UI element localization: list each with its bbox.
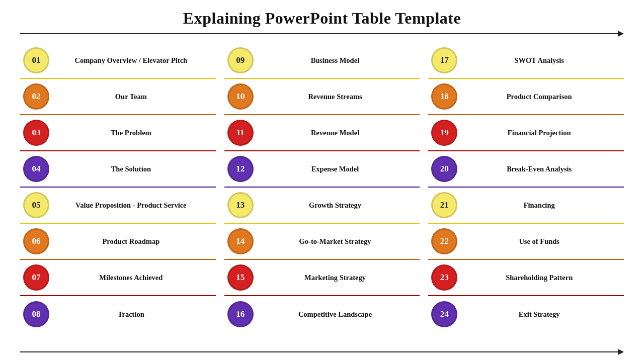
top-rule-arrow — [618, 31, 624, 37]
list-item: 08Traction — [20, 296, 216, 332]
item-circle: 04 — [23, 156, 49, 182]
item-label: Financing — [457, 201, 621, 210]
item-label: Use of Funds — [457, 237, 621, 246]
list-item: 24Exit Strategy — [428, 296, 624, 332]
item-circle: 17 — [431, 47, 457, 73]
item-circle: 07 — [23, 264, 49, 291]
list-item: 14Go-to-Market Strategy — [224, 224, 420, 260]
item-circle: 14 — [227, 228, 254, 254]
item-circle: 05 — [23, 192, 49, 218]
item-circle: 18 — [431, 83, 457, 110]
list-item: 11Revenue Model — [224, 115, 420, 151]
item-circle: 08 — [23, 301, 49, 327]
list-item: 03The Problem — [20, 115, 216, 151]
item-label: Revenue Model — [254, 128, 417, 138]
page: Explaining PowerPoint Table Template 01C… — [0, 0, 644, 362]
item-circle: 15 — [227, 264, 254, 291]
item-circle: 09 — [227, 47, 254, 73]
item-circle: 12 — [227, 156, 254, 182]
column-3: 17SWOT Analysis18Product Comparison19Fin… — [428, 43, 624, 345]
item-label: The Solution — [49, 164, 213, 174]
item-circle: 01 — [23, 47, 49, 73]
item-label: Milestones Achieved — [49, 273, 213, 283]
column-2: 09Business Model10Revenue Streams11Reven… — [224, 43, 420, 345]
item-circle: 20 — [431, 156, 457, 182]
item-label: Product Comparison — [457, 92, 621, 102]
item-circle: 02 — [23, 83, 49, 110]
list-item: 06Product Roadmap — [20, 224, 216, 260]
top-rule-line — [20, 33, 618, 34]
list-item: 12Expense Model — [224, 151, 420, 188]
item-label: The Problem — [49, 128, 213, 138]
item-circle: 21 — [431, 192, 457, 218]
list-item: 16Competitive Landscape — [224, 296, 420, 332]
column-divider — [424, 43, 424, 345]
column-1: 01Company Overview / Elevator Pitch02Our… — [20, 43, 216, 345]
item-label: Revenue Streams — [254, 92, 417, 102]
item-label: Shareholding Pattern — [457, 273, 621, 283]
list-item: 01Company Overview / Elevator Pitch — [20, 43, 216, 79]
item-label: Business Model — [254, 56, 417, 65]
item-label: Financial Projection — [457, 128, 621, 138]
item-label: Break-Even Analysis — [457, 164, 621, 174]
list-item: 19Financial Projection — [428, 115, 624, 151]
item-label: Our Team — [49, 92, 213, 102]
item-circle: 24 — [431, 301, 457, 327]
list-item: 13Growth Strategy — [224, 188, 420, 224]
item-circle: 06 — [23, 228, 49, 254]
item-label: Value Proposition - Product Service — [49, 201, 213, 210]
item-label: Company Overview / Elevator Pitch — [49, 56, 213, 65]
list-item: 10Revenue Streams — [224, 79, 420, 115]
list-item: 02Our Team — [20, 79, 216, 115]
list-item: 15Marketing Strategy — [224, 260, 420, 296]
item-label: Competitive Landscape — [254, 310, 417, 319]
title-area: Explaining PowerPoint Table Template — [20, 9, 624, 28]
item-label: Expense Model — [254, 164, 417, 174]
top-rule — [20, 31, 624, 37]
item-circle: 03 — [23, 120, 49, 146]
columns: 01Company Overview / Elevator Pitch02Our… — [20, 43, 624, 345]
item-label: Exit Strategy — [457, 310, 621, 319]
bottom-rule-line — [20, 351, 618, 352]
list-item: 22Use of Funds — [428, 224, 624, 260]
item-label: Go-to-Market Strategy — [254, 237, 417, 246]
item-circle: 11 — [227, 120, 254, 146]
item-label: SWOT Analysis — [457, 56, 621, 65]
list-item: 17SWOT Analysis — [428, 43, 624, 79]
item-circle: 23 — [431, 264, 457, 291]
item-circle: 13 — [227, 192, 254, 218]
item-label: Traction — [49, 310, 213, 319]
item-circle: 22 — [431, 228, 457, 254]
item-label: Marketing Strategy — [254, 273, 417, 283]
list-item: 05Value Proposition - Product Service — [20, 188, 216, 224]
list-item: 07Milestones Achieved — [20, 260, 216, 296]
bottom-rule-arrow — [618, 349, 624, 355]
list-item: 18Product Comparison — [428, 79, 624, 115]
item-label: Growth Strategy — [254, 201, 417, 210]
bottom-rule — [20, 349, 624, 355]
list-item: 21Financing — [428, 188, 624, 224]
list-item: 20Break-Even Analysis — [428, 151, 624, 188]
page-title: Explaining PowerPoint Table Template — [20, 9, 624, 28]
column-divider — [220, 43, 220, 345]
list-item: 04The Solution — [20, 151, 216, 188]
item-circle: 10 — [227, 83, 254, 110]
item-label: Product Roadmap — [49, 237, 213, 246]
list-item: 09Business Model — [224, 43, 420, 79]
item-circle: 16 — [227, 301, 254, 327]
list-item: 23Shareholding Pattern — [428, 260, 624, 296]
item-circle: 19 — [431, 120, 457, 146]
